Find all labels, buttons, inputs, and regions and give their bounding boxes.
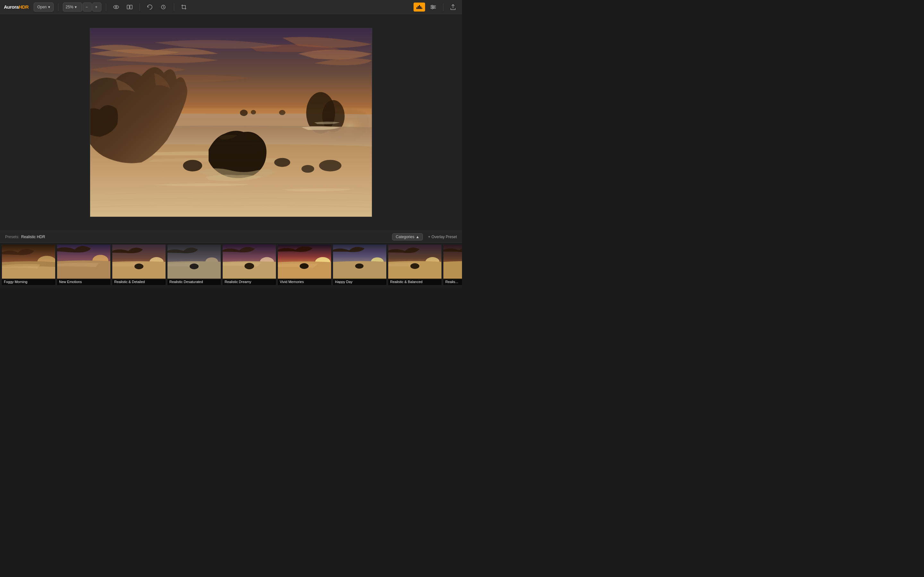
beach-image (90, 28, 372, 217)
preset-foggy-morning-label: Foggy Morning (2, 279, 55, 285)
zoom-out-icon: − (86, 5, 88, 9)
crop-button[interactable] (179, 3, 189, 11)
export-button[interactable] (448, 3, 458, 11)
preset-vivid-memories[interactable]: Vivid Memories (277, 244, 332, 285)
compare-icon (127, 5, 132, 9)
preset-happy-day-thumb (333, 245, 387, 279)
preset-vivid-memories-thumb (278, 245, 332, 279)
svg-rect-5 (417, 7, 417, 9)
preset-realistic-desaturated[interactable]: Realistic Desaturated (167, 244, 221, 285)
svg-point-47 (355, 263, 363, 269)
preset-vivid-memories-label: Vivid Memories (278, 279, 331, 285)
eye-button[interactable] (111, 3, 121, 11)
categories-chevron-icon: ▲ (415, 235, 419, 239)
undo-button[interactable] (144, 3, 155, 11)
presets-panel: Presets: Realistic HDR Categories ▲ + Ov… (0, 231, 462, 288)
svg-point-26 (274, 158, 290, 167)
open-button[interactable]: Open ▾ (34, 3, 53, 11)
preset-happy-day[interactable]: Happy Day (333, 244, 387, 285)
preset-realistic-desaturated-label: Realistic Desaturated (168, 279, 221, 285)
svg-rect-7 (419, 5, 420, 9)
separator-5 (443, 3, 443, 11)
preset-new-emotions-label: New Emotions (57, 279, 110, 285)
svg-point-14 (433, 6, 435, 8)
svg-point-41 (244, 263, 254, 269)
preset-realistic-desaturated-thumb (168, 245, 221, 279)
preset-realistic-balanced-thumb (388, 245, 442, 279)
main-canvas-area (0, 14, 462, 231)
preset-foggy-morning-thumb (2, 245, 56, 279)
preset-realistic-dreamy[interactable]: Realistic Dreamy (222, 244, 276, 285)
svg-point-22 (240, 110, 248, 116)
preset-realistic-detailed-label: Realistic & Detailed (112, 279, 166, 285)
zoom-chevron-icon: ▾ (75, 5, 77, 9)
undo-icon (147, 5, 153, 10)
preset-realistic-balanced-label: Realistic & Balanced (388, 279, 441, 285)
overlay-preset-label: + Overlay Preset (428, 235, 457, 239)
preset-new-emotions[interactable]: New Emotions (57, 244, 111, 285)
svg-point-13 (431, 5, 433, 6)
toolbar: AuroraHDR Open ▾ 25% ▾ − + (0, 0, 462, 14)
svg-point-15 (432, 8, 433, 9)
adjustments-icon (430, 5, 436, 10)
svg-point-1 (115, 6, 117, 8)
preset-realis-label: Realis... (443, 279, 462, 285)
svg-point-23 (251, 110, 256, 114)
zoom-group: 25% ▾ − + (63, 3, 102, 11)
svg-point-44 (300, 263, 309, 269)
presets-active-category: Realistic HDR (21, 235, 45, 239)
svg-rect-3 (130, 5, 132, 9)
preset-new-emotions-thumb (57, 245, 111, 279)
presets-strip: Foggy Morning New Emotions (0, 243, 462, 288)
adjustments-button[interactable] (428, 3, 439, 11)
separator-1 (58, 3, 58, 11)
separator-4 (174, 3, 174, 11)
svg-point-35 (134, 263, 144, 269)
preset-realis[interactable]: Realis... (443, 244, 462, 285)
svg-rect-2 (127, 5, 129, 9)
svg-point-24 (279, 110, 286, 115)
svg-rect-6 (418, 6, 419, 9)
zoom-display[interactable]: 25% ▾ (63, 3, 82, 11)
compare-button[interactable] (124, 3, 135, 11)
app-logo: AuroraHDR (4, 4, 29, 10)
open-chevron-icon: ▾ (48, 5, 50, 9)
svg-point-0 (113, 5, 119, 9)
preset-realistic-detailed-thumb (112, 245, 166, 279)
svg-point-38 (190, 263, 199, 269)
preset-happy-day-label: Happy Day (333, 279, 386, 285)
zoom-value: 25% (66, 5, 73, 9)
preset-realistic-balanced[interactable]: Realistic & Balanced (388, 244, 442, 285)
preset-realis-thumb (443, 245, 462, 279)
zoom-in-icon: + (95, 5, 97, 9)
categories-button[interactable]: Categories ▲ (392, 234, 423, 240)
histogram-icon (416, 5, 423, 9)
eye-icon (113, 5, 119, 9)
histogram-button[interactable] (414, 3, 425, 11)
svg-rect-9 (422, 8, 422, 9)
preset-foggy-morning[interactable]: Foggy Morning (1, 244, 56, 285)
zoom-out-button[interactable]: − (83, 3, 92, 11)
image-canvas[interactable] (90, 28, 372, 217)
preset-realistic-dreamy-label: Realistic Dreamy (223, 279, 276, 285)
overlay-preset-button[interactable]: + Overlay Preset (428, 235, 457, 239)
svg-point-50 (410, 263, 419, 269)
export-icon (451, 4, 456, 10)
history-button[interactable] (158, 3, 170, 11)
svg-point-25 (183, 160, 202, 171)
zoom-in-button[interactable]: + (92, 3, 102, 11)
preset-realistic-dreamy-thumb (223, 245, 276, 279)
presets-label: Presets: (5, 235, 19, 239)
presets-header: Presets: Realistic HDR Categories ▲ + Ov… (0, 231, 462, 243)
open-label: Open (37, 5, 47, 9)
separator-2 (106, 3, 106, 11)
preset-realistic-detailed[interactable]: Realistic & Detailed (111, 244, 166, 285)
svg-point-27 (302, 165, 314, 173)
crop-icon (181, 5, 186, 10)
categories-label: Categories (396, 235, 414, 239)
history-icon (160, 5, 167, 10)
svg-rect-8 (420, 6, 421, 9)
svg-point-28 (319, 160, 341, 171)
